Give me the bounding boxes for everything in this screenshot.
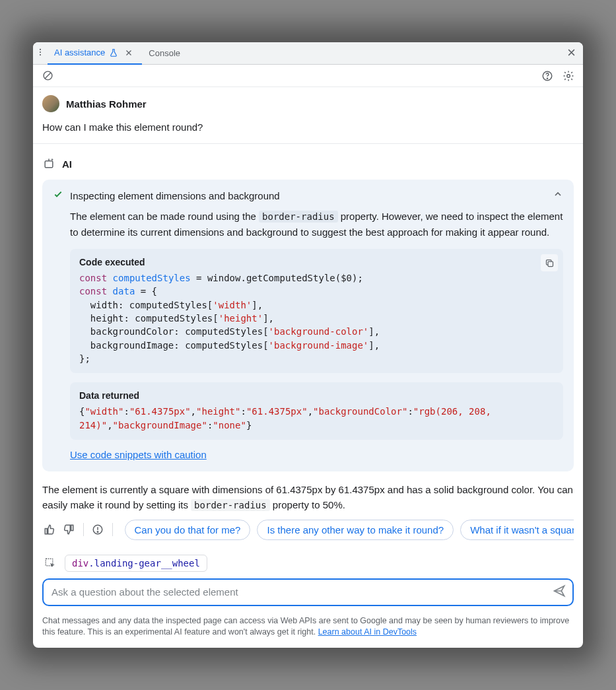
select-element-icon[interactable] bbox=[42, 555, 58, 571]
svg-point-6 bbox=[567, 74, 570, 77]
ai-summary: The element is currently a square with d… bbox=[42, 482, 574, 513]
context-dot: . bbox=[88, 558, 94, 569]
summary-text: property to 50%. bbox=[270, 499, 345, 510]
chevron-up-icon[interactable] bbox=[553, 189, 563, 202]
svg-rect-7 bbox=[45, 161, 53, 168]
code-executed-label: Code executed bbox=[79, 257, 554, 267]
close-panel-icon[interactable] bbox=[560, 48, 583, 59]
help-icon[interactable] bbox=[539, 68, 555, 84]
code-executed: const computedStyles = window.getCompute… bbox=[79, 271, 554, 365]
suggestion-chip[interactable]: What if it wasn't a square? bbox=[460, 520, 574, 540]
divider bbox=[83, 523, 84, 536]
user-message: How can I make this element round? bbox=[42, 121, 574, 133]
send-icon[interactable] bbox=[553, 584, 566, 600]
ai-sparkle-icon bbox=[42, 157, 55, 170]
footer-link[interactable]: Learn about AI in DevTools bbox=[318, 627, 417, 637]
suggestion-chip[interactable]: Is there any other way to make it round? bbox=[257, 520, 454, 540]
input-wrap bbox=[33, 578, 583, 611]
ai-label: AI bbox=[62, 158, 72, 170]
data-returned: {"width":"61.4375px","height":"61.4375px… bbox=[79, 405, 554, 432]
code-executed-box: Code executed const computedStyles = win… bbox=[70, 249, 563, 373]
context-tag: div bbox=[72, 558, 88, 569]
step-header[interactable]: Inspecting element dimensions and backgr… bbox=[53, 189, 563, 202]
context-row: div.landing-gear__wheel bbox=[33, 555, 583, 572]
thumbs-up-icon[interactable] bbox=[42, 522, 57, 537]
inline-code: border-radius bbox=[191, 499, 270, 511]
context-element-pill[interactable]: div.landing-gear__wheel bbox=[65, 555, 207, 572]
svg-point-10 bbox=[97, 532, 98, 533]
svg-point-0 bbox=[40, 49, 41, 50]
tab-console[interactable]: Console bbox=[142, 42, 187, 65]
ai-header: AI bbox=[42, 157, 574, 170]
svg-point-2 bbox=[40, 54, 41, 55]
copy-icon[interactable] bbox=[541, 254, 558, 271]
data-returned-label: Data returned bbox=[79, 390, 554, 401]
tab-ai-assistance[interactable]: AI assistance bbox=[48, 42, 142, 65]
feedback-row: Can you do that for me? Is there any oth… bbox=[42, 520, 574, 540]
context-class: landing-gear__wheel bbox=[94, 558, 200, 569]
experiment-flask-icon bbox=[109, 48, 118, 57]
divider bbox=[33, 143, 583, 144]
chat-content: Matthias Rohmer How can I make this elem… bbox=[33, 87, 583, 540]
question-input-field[interactable] bbox=[42, 578, 574, 606]
caution-link-wrap: Use code snippets with caution bbox=[70, 449, 563, 461]
ai-step-card: Inspecting element dimensions and backgr… bbox=[42, 180, 574, 471]
avatar bbox=[42, 95, 59, 112]
step-text: The element can be made round using the bbox=[70, 211, 259, 222]
more-menu-icon[interactable] bbox=[33, 48, 48, 59]
check-icon bbox=[53, 189, 63, 202]
clear-icon[interactable] bbox=[40, 68, 55, 84]
tab-label: Console bbox=[149, 48, 180, 58]
report-icon[interactable] bbox=[90, 522, 106, 537]
question-input[interactable] bbox=[50, 586, 553, 598]
data-returned-box: Data returned {"width":"61.4375px","heig… bbox=[70, 382, 563, 440]
footer-note: Chat messages and any data the inspected… bbox=[33, 611, 583, 648]
devtools-window: AI assistance Console bbox=[33, 42, 583, 648]
step-body: The element can be made round using the … bbox=[70, 209, 563, 240]
inline-code: border-radius bbox=[259, 211, 338, 223]
caution-link[interactable]: Use code snippets with caution bbox=[70, 449, 207, 460]
gear-icon[interactable] bbox=[561, 68, 576, 84]
thumbs-down-icon[interactable] bbox=[61, 522, 77, 537]
divider bbox=[112, 523, 113, 536]
close-tab-icon[interactable] bbox=[122, 49, 135, 57]
svg-point-5 bbox=[547, 78, 547, 79]
suggestion-chips: Can you do that for me? Is there any oth… bbox=[125, 520, 574, 540]
user-name: Matthias Rohmer bbox=[66, 98, 147, 110]
svg-point-1 bbox=[40, 52, 41, 53]
footer-text: Chat messages and any data the inspected… bbox=[42, 616, 569, 637]
step-title: Inspecting element dimensions and backgr… bbox=[70, 190, 546, 201]
tab-label: AI assistance bbox=[54, 48, 105, 57]
tab-bar: AI assistance Console bbox=[33, 42, 583, 65]
suggestion-chip[interactable]: Can you do that for me? bbox=[125, 520, 251, 540]
ai-toolbar bbox=[33, 65, 583, 87]
svg-rect-8 bbox=[548, 261, 553, 267]
user-header: Matthias Rohmer bbox=[42, 95, 574, 112]
